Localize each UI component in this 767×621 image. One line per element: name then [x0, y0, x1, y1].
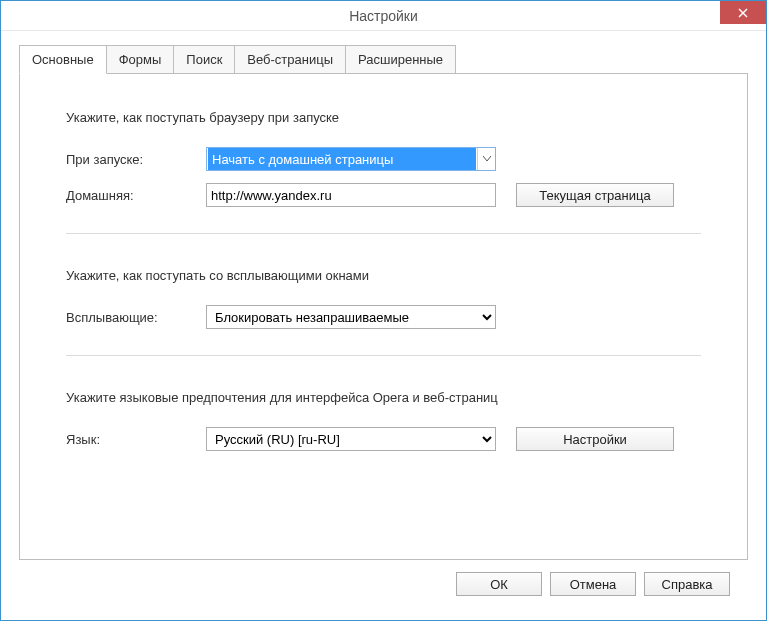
close-button[interactable] [720, 1, 766, 24]
ok-button[interactable]: ОК [456, 572, 542, 596]
content-area: Основные Формы Поиск Веб-страницы Расшир… [1, 31, 766, 620]
popups-heading: Укажите, как поступать со всплывающими о… [66, 268, 701, 283]
window-title: Настройки [1, 8, 766, 24]
help-button[interactable]: Справка [644, 572, 730, 596]
tab-panel-main: Укажите, как поступать браузеру при запу… [19, 73, 748, 560]
startup-heading: Укажите, как поступать браузеру при запу… [66, 110, 701, 125]
settings-window: Настройки Основные Формы Поиск Веб-стран… [0, 0, 767, 621]
language-select[interactable]: Русский (RU) [ru-RU] [206, 427, 496, 451]
home-input[interactable] [206, 183, 496, 207]
on-start-selected-value: Начать с домашней страницы [208, 148, 476, 170]
tab-advanced[interactable]: Расширенные [345, 45, 456, 74]
label-home: Домашняя: [66, 188, 206, 203]
divider [66, 233, 701, 234]
tab-main[interactable]: Основные [19, 45, 107, 74]
row-home: Домашняя: Текущая страница [66, 183, 701, 207]
dialog-footer: ОК Отмена Справка [19, 560, 748, 610]
tab-search[interactable]: Поиск [173, 45, 235, 74]
tab-webpages[interactable]: Веб-страницы [234, 45, 346, 74]
row-on-start: При запуске: Начать с домашней страницы [66, 147, 701, 171]
tabs-bar: Основные Формы Поиск Веб-страницы Расшир… [19, 45, 748, 74]
language-heading: Укажите языковые предпочтения для интерф… [66, 390, 701, 405]
popups-select[interactable]: Блокировать незапрашиваемые [206, 305, 496, 329]
titlebar: Настройки [1, 1, 766, 31]
cancel-button[interactable]: Отмена [550, 572, 636, 596]
row-popups: Всплывающие: Блокировать незапрашиваемые [66, 305, 701, 329]
divider [66, 355, 701, 356]
label-language: Язык: [66, 432, 206, 447]
label-popups: Всплывающие: [66, 310, 206, 325]
close-icon [738, 8, 748, 18]
tab-forms[interactable]: Формы [106, 45, 175, 74]
on-start-select[interactable]: Начать с домашней страницы [206, 147, 496, 171]
language-settings-button[interactable]: Настройки [516, 427, 674, 451]
current-page-button[interactable]: Текущая страница [516, 183, 674, 207]
chevron-down-icon [477, 148, 495, 170]
label-on-start: При запуске: [66, 152, 206, 167]
row-language: Язык: Русский (RU) [ru-RU] Настройки [66, 427, 701, 451]
